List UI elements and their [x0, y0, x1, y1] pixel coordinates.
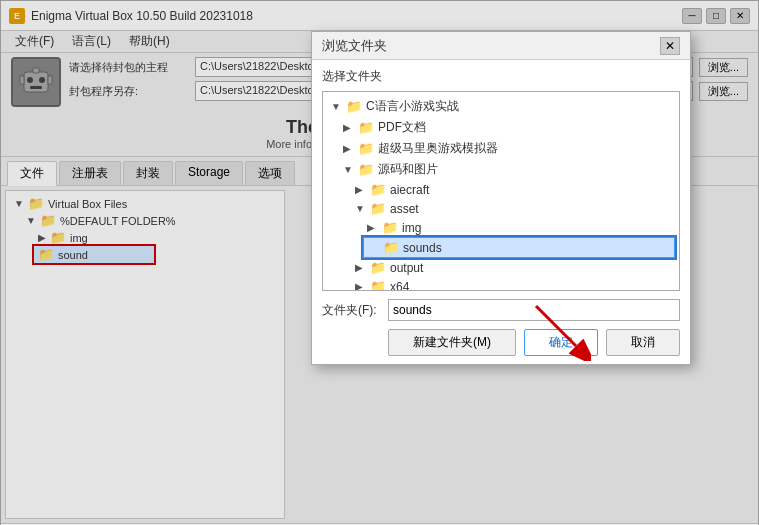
- dtree-label: C语言小游戏实战: [366, 98, 459, 115]
- dtree-item[interactable]: ▶ 📁 output: [351, 258, 675, 277]
- dtree-label: 超级马里奥游戏模拟器: [378, 140, 498, 157]
- dtree-item[interactable]: ▶ 📁 PDF文档: [339, 117, 675, 138]
- dtree-item[interactable]: ▼ 📁 C语言小游戏实战: [327, 96, 675, 117]
- folder-label: 文件夹(F):: [322, 302, 382, 319]
- new-folder-button[interactable]: 新建文件夹(M): [388, 329, 516, 356]
- toggle-icon: ▶: [355, 281, 367, 291]
- folder-icon: 📁: [370, 260, 386, 275]
- folder-icon: 📁: [346, 99, 362, 114]
- dtree-label: PDF文档: [378, 119, 426, 136]
- dtree-item[interactable]: ▶ 📁 img: [363, 218, 675, 237]
- folder-input[interactable]: [388, 299, 680, 321]
- dtree-label: img: [402, 221, 421, 235]
- dtree-label: x64: [390, 280, 409, 292]
- toggle-icon: ▶: [355, 184, 367, 195]
- dialog-body: 选择文件夹 ▼ 📁 C语言小游戏实战 ▶ 📁 PDF文档 ▶ 📁: [312, 60, 690, 364]
- dtree-item[interactable]: ▼ 📁 源码和图片: [339, 159, 675, 180]
- dtree-label: asset: [390, 202, 419, 216]
- toggle-icon: ▼: [331, 101, 343, 112]
- dialog-titlebar: 浏览文件夹 ✕: [312, 32, 690, 60]
- dtree-label: output: [390, 261, 423, 275]
- toggle-icon: ▶: [367, 222, 379, 233]
- toggle-icon: ▶: [343, 122, 355, 133]
- folder-icon: 📁: [370, 201, 386, 216]
- dialog-subtitle: 选择文件夹: [322, 68, 680, 85]
- dtree-item-sounds[interactable]: 📁 sounds: [363, 237, 675, 258]
- toggle-icon: ▶: [355, 262, 367, 273]
- folder-icon: 📁: [358, 141, 374, 156]
- dtree-item[interactable]: ▶ 📁 aiecraft: [351, 180, 675, 199]
- dtree-label: 源码和图片: [378, 161, 438, 178]
- dialog-title: 浏览文件夹: [322, 37, 654, 55]
- folder-icon: 📁: [370, 279, 386, 291]
- dtree-label-sounds: sounds: [403, 241, 442, 255]
- confirm-button[interactable]: 确定: [524, 329, 598, 356]
- browse-folder-dialog: 浏览文件夹 ✕ 选择文件夹 ▼ 📁 C语言小游戏实战 ▶ 📁 PDF文档: [311, 31, 691, 365]
- toggle-icon: ▼: [343, 164, 355, 175]
- dtree-item[interactable]: ▶ 📁 超级马里奥游戏模拟器: [339, 138, 675, 159]
- folder-input-row: 文件夹(F):: [322, 299, 680, 321]
- folder-icon: 📁: [358, 162, 374, 177]
- folder-icon: 📁: [382, 220, 398, 235]
- dtree-item[interactable]: ▼ 📁 asset: [351, 199, 675, 218]
- toggle-icon: ▼: [355, 203, 367, 214]
- main-window: E Enigma Virtual Box 10.50 Build 2023101…: [0, 0, 759, 525]
- dialog-close-button[interactable]: ✕: [660, 37, 680, 55]
- dtree-label: aiecraft: [390, 183, 429, 197]
- folder-icon: 📁: [370, 182, 386, 197]
- toggle-icon: ▶: [343, 143, 355, 154]
- dialog-buttons: 新建文件夹(M) 确定 取消: [322, 329, 680, 356]
- folder-icon: 📁: [383, 240, 399, 255]
- dtree-item[interactable]: ▶ 📁 x64: [351, 277, 675, 291]
- folder-tree[interactable]: ▼ 📁 C语言小游戏实战 ▶ 📁 PDF文档 ▶ 📁 超级马里奥游戏模拟器: [322, 91, 680, 291]
- cancel-button[interactable]: 取消: [606, 329, 680, 356]
- folder-icon: 📁: [358, 120, 374, 135]
